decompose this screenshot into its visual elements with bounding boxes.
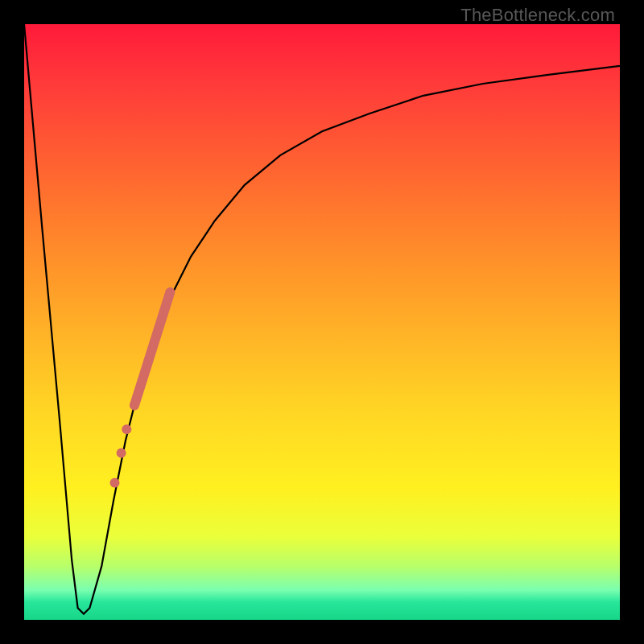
highlight-segment (134, 292, 170, 406)
plot-area (24, 24, 620, 620)
watermark-text: TheBottleneck.com (460, 5, 615, 26)
chart-frame: TheBottleneck.com (0, 0, 644, 644)
bottleneck-curve (24, 24, 620, 614)
highlight-dot (122, 424, 131, 434)
chart-svg (24, 24, 620, 620)
highlight-dot (117, 448, 126, 458)
highlight-dots (109, 424, 131, 488)
highlight-dot (109, 478, 119, 488)
